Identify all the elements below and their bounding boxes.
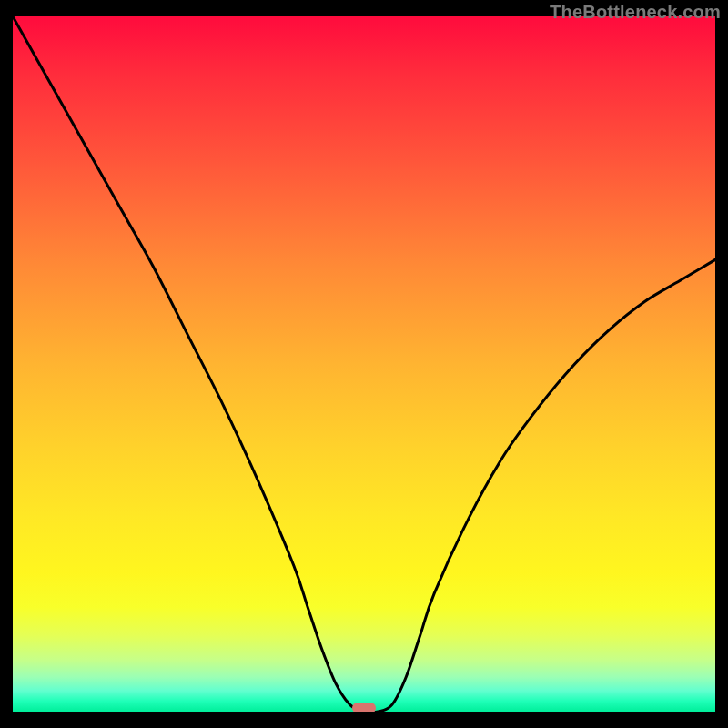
bottleneck-curve: [13, 16, 715, 712]
optimal-marker: [352, 703, 376, 712]
chart-frame: TheBottleneck.com: [0, 0, 728, 728]
plot-area: [13, 16, 715, 712]
curve-path: [13, 16, 715, 712]
watermark-text: TheBottleneck.com: [550, 2, 721, 23]
